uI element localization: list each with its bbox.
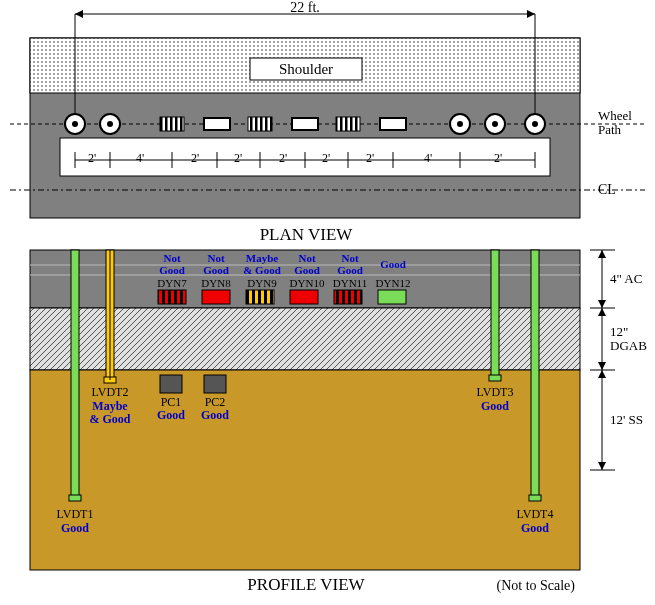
- svg-rect-26: [292, 118, 318, 130]
- scale-note: (Not to Scale): [496, 578, 575, 594]
- svg-text:2': 2': [191, 151, 199, 165]
- svg-marker-61: [598, 462, 606, 470]
- diagram: Shoulder Wheel Path CL 22 ft. 2' 4' 2' 2…: [0, 0, 655, 605]
- svg-text:LVDT4: LVDT4: [517, 507, 554, 521]
- lvdt3-tube: [491, 250, 499, 378]
- svg-text:& Good: & Good: [243, 264, 281, 276]
- svg-text:2': 2': [88, 151, 96, 165]
- wheel-label-1: Wheel: [598, 108, 632, 123]
- svg-text:Good: Good: [201, 408, 229, 422]
- svg-point-20: [492, 121, 498, 127]
- svg-rect-24: [204, 118, 230, 130]
- svg-text:PC1: PC1: [161, 395, 182, 409]
- svg-text:LVDT1: LVDT1: [57, 507, 94, 521]
- dyn9: [246, 290, 274, 304]
- svg-text:Good: Good: [380, 258, 406, 270]
- svg-rect-25: [248, 117, 272, 131]
- shoulder-label: Shoulder: [279, 61, 333, 77]
- svg-text:DYN7: DYN7: [157, 277, 187, 289]
- svg-marker-60: [598, 370, 606, 378]
- svg-marker-9: [75, 10, 83, 18]
- svg-rect-69: [489, 375, 501, 381]
- svg-rect-23: [160, 117, 184, 131]
- svg-text:Good: Good: [61, 521, 89, 535]
- plan-title: PLAN VIEW: [260, 225, 354, 244]
- svg-text:Not: Not: [207, 252, 224, 264]
- dyn12: [378, 290, 406, 304]
- dyn8: [202, 290, 230, 304]
- svg-text:Not: Not: [163, 252, 180, 264]
- svg-rect-27: [336, 117, 360, 131]
- svg-text:DGAB: DGAB: [610, 338, 647, 353]
- svg-text:Good: Good: [157, 408, 185, 422]
- svg-text:4': 4': [136, 151, 144, 165]
- dim-22ft: 22 ft.: [290, 0, 320, 15]
- svg-text:12' SS: 12' SS: [610, 412, 643, 427]
- svg-marker-59: [598, 362, 606, 370]
- svg-point-16: [107, 121, 113, 127]
- pc1: [160, 375, 182, 393]
- svg-text:2': 2': [322, 151, 330, 165]
- svg-text:Good: Good: [294, 264, 320, 276]
- svg-text:Maybe: Maybe: [246, 252, 279, 264]
- pc2: [204, 375, 226, 393]
- wheel-label-2: Path: [598, 122, 622, 137]
- svg-text:2': 2': [494, 151, 502, 165]
- svg-text:DYN12: DYN12: [376, 277, 411, 289]
- lvdt1-tube: [71, 250, 79, 498]
- svg-text:Not: Not: [298, 252, 315, 264]
- svg-text:DYN11: DYN11: [333, 277, 367, 289]
- svg-marker-10: [527, 10, 535, 18]
- svg-text:PC2: PC2: [205, 395, 226, 409]
- svg-text:Maybe: Maybe: [92, 399, 128, 413]
- svg-text:Good: Good: [203, 264, 229, 276]
- svg-text:2': 2': [234, 151, 242, 165]
- svg-marker-58: [598, 308, 606, 316]
- dyn7: [158, 290, 186, 304]
- lvdt4-tube: [531, 250, 539, 498]
- svg-text:Good: Good: [481, 399, 509, 413]
- svg-text:Not: Not: [341, 252, 358, 264]
- svg-marker-57: [598, 300, 606, 308]
- svg-rect-28: [380, 118, 406, 130]
- svg-text:2': 2': [366, 151, 374, 165]
- svg-text:& Good: & Good: [89, 412, 130, 426]
- svg-text:2': 2': [279, 151, 287, 165]
- svg-text:Good: Good: [159, 264, 185, 276]
- svg-point-14: [72, 121, 78, 127]
- dyn11: [334, 290, 362, 304]
- profile-view: 4" AC 12" DGAB 12' SS DYN7 DYN8 DYN9 DYN…: [30, 250, 647, 570]
- profile-title: PROFILE VIEW: [247, 575, 365, 594]
- svg-text:DYN9: DYN9: [247, 277, 277, 289]
- svg-rect-66: [69, 495, 81, 501]
- cl-label: CL: [598, 182, 616, 197]
- svg-point-22: [532, 121, 538, 127]
- dyn10: [290, 290, 318, 304]
- svg-point-18: [457, 121, 463, 127]
- svg-text:4': 4': [424, 151, 432, 165]
- svg-text:12": 12": [610, 324, 628, 339]
- svg-text:4" AC: 4" AC: [610, 271, 642, 286]
- svg-text:DYN8: DYN8: [201, 277, 231, 289]
- svg-text:Good: Good: [337, 264, 363, 276]
- svg-text:DYN10: DYN10: [290, 277, 325, 289]
- svg-marker-56: [598, 250, 606, 258]
- svg-text:LVDT2: LVDT2: [92, 385, 129, 399]
- svg-text:LVDT3: LVDT3: [477, 385, 514, 399]
- svg-rect-70: [529, 495, 541, 501]
- svg-text:Good: Good: [521, 521, 549, 535]
